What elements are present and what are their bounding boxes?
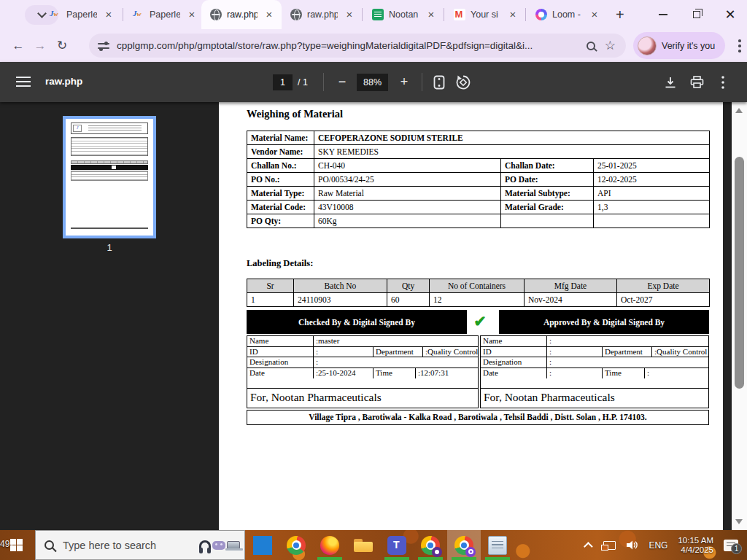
chevron-up-icon [584, 542, 593, 551]
signature-header-bar: Checked By & Digital Signed By ✔ Approve… [247, 310, 709, 334]
tab-close-icon[interactable]: × [102, 8, 115, 21]
taskbar-chrome-profile-1[interactable] [414, 530, 447, 560]
tray-expand-button[interactable] [587, 542, 593, 548]
new-tab-button[interactable]: + [607, 0, 636, 29]
print-button[interactable] [687, 73, 706, 92]
browser-window: Jw Paperle × Jw Paperle × raw.php × raw.… [0, 0, 747, 560]
tab-close-icon[interactable]: × [343, 8, 356, 21]
spacer [481, 378, 708, 388]
page-number-input[interactable] [273, 74, 293, 90]
taskbar-search[interactable] [35, 530, 245, 560]
globe-icon [290, 9, 302, 20]
network-icon[interactable] [603, 541, 616, 550]
gmail-icon [454, 9, 465, 20]
scrollbar-thumb[interactable] [735, 157, 744, 389]
clock[interactable]: 10:15 AM 4/4/2025 [678, 536, 713, 555]
running-indicator [452, 557, 476, 560]
tab-separator [123, 8, 123, 21]
tab-title: Paperle [66, 9, 97, 20]
zoom-out-button[interactable]: − [334, 74, 350, 90]
table-row: PO No.: PO/00534/24-25 PO Date: 12-02-20… [247, 173, 710, 187]
search-icon[interactable] [587, 42, 595, 50]
taskbar-notepad[interactable] [481, 530, 514, 560]
forward-button[interactable]: → [29, 35, 51, 57]
tab-paperless-1[interactable]: Jw Paperle × [41, 0, 121, 29]
vertical-scrollbar[interactable] [732, 102, 747, 530]
sig-row-name: Name :master [247, 336, 478, 347]
tab-close-icon[interactable]: × [506, 8, 519, 21]
profile-badge [432, 547, 442, 557]
verify-profile-button[interactable]: Verify it's you [633, 32, 725, 59]
chrome-icon [454, 536, 473, 555]
zoom-in-button[interactable]: + [396, 74, 412, 90]
window-close-button[interactable]: ✕ [713, 0, 747, 29]
table-header-row: Sr Batch No Qty No of Containers Mfg Dat… [247, 279, 710, 293]
tab-loom[interactable]: Loom - × [527, 0, 607, 29]
taskbar-vscode[interactable] [246, 530, 279, 560]
checked-by-header: Checked By & Digital Signed By [247, 310, 467, 334]
table-row: 1 24110903 60 12 Nov-2024 Oct-2027 [247, 293, 710, 307]
pdf-title: raw.php [45, 76, 82, 87]
table-row: Material Code: 43V10008 Material Grade: … [247, 201, 710, 214]
search-highlights[interactable] [199, 540, 240, 551]
thumbnail-header: J [71, 122, 148, 134]
omnibox[interactable]: cpplgmp.com/php/gmptotal/store/raw.php?t… [89, 34, 626, 58]
fit-page-button[interactable] [430, 73, 449, 92]
window-restore-button[interactable] [680, 0, 713, 29]
url-text[interactable]: cpplgmp.com/php/gmptotal/store/raw.php?t… [117, 40, 581, 51]
language-indicator[interactable]: ENG [649, 540, 667, 551]
taskbar-chrome[interactable] [279, 530, 313, 560]
sig-row-designation: Designation : [481, 357, 708, 368]
scroll-down-icon[interactable] [735, 519, 743, 524]
tab-title: Loom - [552, 9, 583, 20]
headphones-icon [199, 540, 211, 551]
spacer [247, 378, 478, 388]
tab-rawphp-2[interactable]: raw.php × [282, 0, 362, 29]
table-row: PO Qty: 60Kg [247, 214, 710, 228]
tab-gmail[interactable]: Your si × [445, 0, 525, 29]
notification-center[interactable]: 1 [724, 540, 738, 551]
search-input[interactable] [63, 540, 199, 551]
taskbar-chrome-profile-2-active[interactable] [447, 530, 481, 560]
page-thumbnail[interactable]: J [66, 119, 153, 236]
browser-menu-icon[interactable] [738, 39, 741, 52]
tab-title: raw.php [227, 9, 258, 20]
tab-rawphp-active[interactable]: raw.php × [201, 0, 282, 29]
pdf-more-menu-icon[interactable] [713, 73, 732, 92]
pdf-viewer: J 1 Weighing of Material Material Name: … [0, 102, 747, 530]
download-button[interactable] [661, 73, 680, 92]
taskbar-teams[interactable] [380, 530, 414, 560]
document-title: Weighing of Material [247, 108, 343, 120]
tab-close-icon[interactable]: × [185, 8, 198, 21]
bookmark-star-icon[interactable]: ☆ [605, 38, 616, 53]
taskbar-firefox[interactable] [313, 530, 347, 560]
back-button[interactable]: ← [7, 35, 29, 57]
window-minimize-button[interactable] [646, 0, 680, 29]
start-button[interactable] [10, 539, 23, 551]
site-info-icon[interactable] [98, 42, 109, 50]
tab-nootan-sheet[interactable]: Nootan × [363, 0, 444, 29]
tab-paperless-2[interactable]: Jw Paperle × [124, 0, 204, 29]
rotate-button[interactable] [454, 73, 473, 92]
scroll-up-icon[interactable] [735, 108, 743, 113]
search-icon [44, 540, 54, 550]
zoom-level[interactable]: 88% [357, 74, 388, 91]
running-indicator [317, 557, 342, 560]
thumbnail-labeling [71, 160, 148, 187]
tab-close-icon[interactable]: × [263, 8, 276, 21]
reload-button[interactable]: ↻ [51, 35, 73, 57]
thumbnail-footer [71, 228, 148, 229]
approved-by-header: Approved By & Digital Signed By [499, 310, 709, 334]
tab-close-icon[interactable]: × [588, 8, 601, 21]
page-total: / 1 [298, 77, 308, 88]
taskbar-explorer[interactable] [347, 530, 380, 560]
tab-close-icon[interactable]: × [425, 8, 438, 21]
sig-row-date: Date : Time : [481, 368, 708, 379]
minimize-icon [659, 14, 667, 15]
sig-row-date: Date :25-10-2024 Time :12:07:31 [247, 368, 478, 379]
tab-title: Nootan [389, 9, 419, 20]
firefox-icon [320, 536, 339, 555]
pdf-menu-icon[interactable] [16, 77, 31, 87]
volume-icon[interactable] [626, 540, 638, 551]
tab-separator [444, 8, 444, 21]
